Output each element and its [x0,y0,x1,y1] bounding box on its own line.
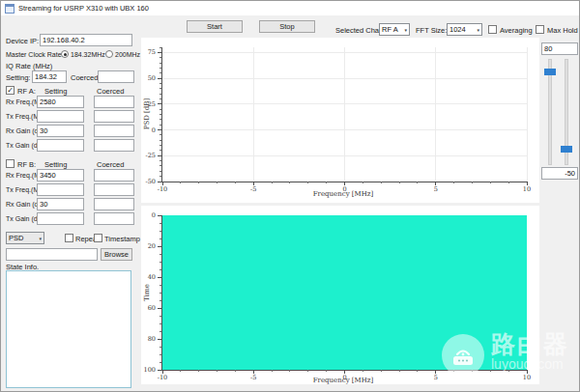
x-minor-tick [399,370,400,372]
y-minor-tick [160,238,161,239]
selected-channel-select[interactable]: RF A ▾ [379,23,410,36]
chevron-down-icon: ▾ [477,27,479,33]
x-tick-label: 5 [423,185,449,193]
rfa-tx-gain-setting-input[interactable] [37,139,84,152]
browse-button[interactable]: Browse [101,248,132,261]
rfb-setting-header: Setting [44,160,67,169]
y-minor-tick [160,145,161,146]
y-minor-tick [160,323,161,324]
scale-max-slider-handle[interactable] [544,69,556,75]
iq-coerced-label: Coerced: [71,73,100,82]
x-minor-tick [417,182,418,183]
iq-coerced-input[interactable] [98,70,134,83]
rfb-rx-freq-setting-input[interactable] [37,169,84,182]
rfa-tx-freq-coerced-input[interactable] [94,110,134,123]
y-minor-tick [160,254,161,255]
y-major-tick [158,155,161,156]
rfb-tx-freq-setting-input[interactable] [37,183,84,196]
y-minor-tick [160,293,161,294]
scale-max-input[interactable] [541,42,578,55]
averaging-checkbox[interactable] [488,25,497,34]
y-minor-tick [160,119,161,120]
x-minor-tick [490,370,491,372]
fft-size-select[interactable]: 1024 ▾ [447,23,482,36]
y-minor-tick [160,94,161,95]
x-minor-tick [235,370,236,372]
start-button[interactable]: Start [187,20,243,33]
rfa-checkbox[interactable]: ✓ [6,86,14,95]
gridline [162,129,527,130]
rfa-label: RF A: [17,87,36,96]
rfb-rx-freq-coerced-input[interactable] [94,169,134,182]
averaging-label: Averaging [500,26,533,35]
gridline [162,155,527,156]
rfa-tx-freq-setting-input[interactable] [37,110,84,123]
display-mode-select[interactable]: PSD ▾ [6,232,44,244]
rfb-tx-freq-coerced-input[interactable] [94,183,134,196]
x-minor-tick [198,370,199,372]
gridline [253,47,254,182]
rfa-setting-header: Setting [44,87,67,96]
rfa-rx-gain-setting-input[interactable] [37,125,84,137]
timestamp-checkbox[interactable] [94,234,102,242]
y-minor-tick [160,285,161,286]
rfa-rx-freq-coerced-input[interactable] [94,96,134,108]
mcr-184-radio[interactable] [61,50,69,58]
gridline [344,47,345,182]
rfb-checkbox[interactable] [6,159,14,168]
rfa-tx-gain-coerced-input[interactable] [94,139,134,152]
y-major-tick [158,129,161,130]
stop-button[interactable]: Stop [259,20,315,33]
x-minor-tick [326,182,327,183]
y-tick-label: -25 [132,152,156,159]
rfa-rx-gain-coerced-input[interactable] [94,125,134,137]
mcr-200-radio[interactable] [105,50,113,58]
x-tick-label: 10 [514,374,539,381]
max-hold-checkbox[interactable] [536,25,544,34]
window-title: Streaming for USRP X310 with UBX 160 [18,4,149,13]
rfb-rx-gain-setting-input[interactable] [37,198,84,210]
scale-min-input[interactable] [541,167,578,180]
iq-rate-label: IQ Rate (MHz) [6,62,52,70]
rfb-rx-gain-coerced-input[interactable] [94,198,134,210]
repeat-checkbox[interactable] [65,234,73,242]
y-major-tick [158,308,161,309]
y-minor-tick [160,98,161,99]
rfa-coerced-header: Coerced [97,87,124,96]
scale-min-slider-handle[interactable] [561,146,572,153]
y-minor-tick [160,223,161,224]
y-minor-tick [160,347,161,348]
y-minor-tick [160,140,161,141]
y-minor-tick [160,68,161,69]
x-minor-tick [198,182,199,183]
file-path-input[interactable] [6,248,98,261]
y-tick-label: 20 [132,242,156,250]
device-ip-input[interactable] [40,34,132,46]
rfa-rx-freq-setting-input[interactable] [37,96,84,108]
x-minor-tick [490,182,491,183]
gridline [527,47,528,182]
x-minor-tick [453,370,454,372]
x-minor-tick [472,370,473,372]
rfb-label: RF B: [17,160,36,169]
x-minor-tick [399,182,400,183]
max-hold-label: Max Hold [547,26,578,35]
iq-setting-input[interactable] [32,70,67,83]
y-major-tick [158,370,161,371]
x-tick-label: 5 [423,374,449,381]
y-minor-tick [160,331,161,332]
y-minor-tick [160,134,161,135]
x-minor-tick [381,370,382,372]
x-tick-label: -10 [150,374,175,381]
chevron-down-icon: ▾ [39,236,42,241]
state-info-box[interactable] [6,270,131,388]
x-tick-label: -5 [241,185,266,193]
x-minor-tick [217,370,218,372]
y-major-tick [158,182,161,182]
rfb-tx-gain-setting-input[interactable] [37,212,84,225]
spectrogram-plot-area: -10-50510020406080100 [161,215,527,371]
y-major-tick [158,339,161,340]
x-minor-tick [180,182,181,183]
rfb-tx-gain-coerced-input[interactable] [94,212,134,225]
x-minor-tick [381,182,382,183]
